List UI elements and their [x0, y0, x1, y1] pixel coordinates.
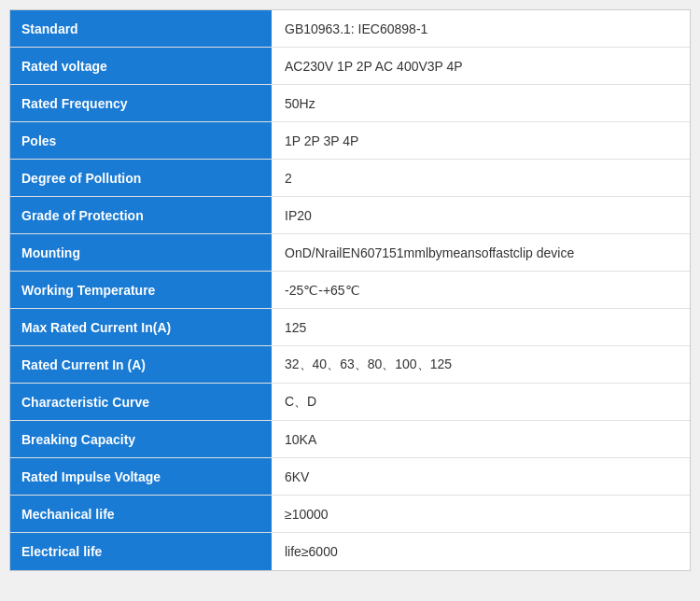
value-rated-current-in: 32、40、63、80、100、125: [272, 346, 690, 383]
label-poles: Poles: [10, 122, 272, 159]
value-poles: 1P 2P 3P 4P: [272, 122, 690, 159]
label-degree-of-pollution: Degree of Pollution: [10, 160, 272, 196]
table-row: Rated Current In (A)32、40、63、80、100、125: [10, 346, 690, 384]
label-grade-of-protection: Grade of Protection: [10, 197, 272, 233]
value-degree-of-pollution: 2: [272, 160, 690, 196]
value-standard: GB10963.1: IEC60898-1: [272, 10, 690, 47]
value-mounting: OnD/NrailEN607151mmlbymeansoffastclip de…: [272, 234, 690, 271]
label-breaking-capacity: Breaking Capacity: [10, 421, 272, 457]
table-row: Poles1P 2P 3P 4P: [10, 122, 690, 160]
label-rated-frequency: Rated Frequency: [10, 85, 272, 121]
table-row: Breaking Capacity10KA: [10, 421, 690, 458]
label-characteristic-curve: Characteristic Curve: [10, 384, 272, 420]
value-grade-of-protection: IP20: [272, 197, 690, 233]
value-mechanical-life: ≥10000: [272, 496, 690, 532]
table-row: Grade of ProtectionIP20: [10, 197, 690, 234]
value-rated-frequency: 50Hz: [272, 85, 690, 121]
label-working-temperature: Working Temperature: [10, 272, 272, 308]
value-rated-voltage: AC230V 1P 2P AC 400V3P 4P: [272, 48, 690, 84]
table-row: Rated Frequency50Hz: [10, 85, 690, 122]
value-characteristic-curve: C、D: [272, 384, 690, 420]
table-row: MountingOnD/NrailEN607151mmlbymeansoffas…: [10, 234, 690, 272]
table-row: Mechanical life≥10000: [10, 496, 690, 533]
table-row: Rated voltageAC230V 1P 2P AC 400V3P 4P: [10, 48, 690, 85]
table-row: Rated Impulse Voltage6KV: [10, 458, 690, 496]
value-max-rated-current: 125: [272, 309, 690, 345]
label-rated-impulse-voltage: Rated Impulse Voltage: [10, 458, 272, 495]
table-row: Working Temperature-25℃-+65℃: [10, 272, 690, 309]
table-row: Electrical lifelife≥6000: [10, 533, 690, 570]
label-rated-voltage: Rated voltage: [10, 48, 272, 84]
label-standard: Standard: [10, 10, 272, 47]
specs-table: StandardGB10963.1: IEC60898-1Rated volta…: [9, 9, 691, 571]
value-electrical-life: life≥6000: [272, 533, 690, 570]
value-working-temperature: -25℃-+65℃: [272, 272, 690, 308]
label-electrical-life: Electrical life: [10, 533, 272, 570]
table-row: StandardGB10963.1: IEC60898-1: [10, 10, 690, 48]
value-breaking-capacity: 10KA: [272, 421, 690, 457]
value-rated-impulse-voltage: 6KV: [272, 458, 690, 495]
label-max-rated-current: Max Rated Current In(A): [10, 309, 272, 345]
label-mounting: Mounting: [10, 234, 272, 271]
label-mechanical-life: Mechanical life: [10, 496, 272, 532]
table-row: Max Rated Current In(A)125: [10, 309, 690, 346]
table-row: Characteristic CurveC、D: [10, 384, 690, 421]
label-rated-current-in: Rated Current In (A): [10, 346, 272, 383]
table-row: Degree of Pollution2: [10, 160, 690, 197]
